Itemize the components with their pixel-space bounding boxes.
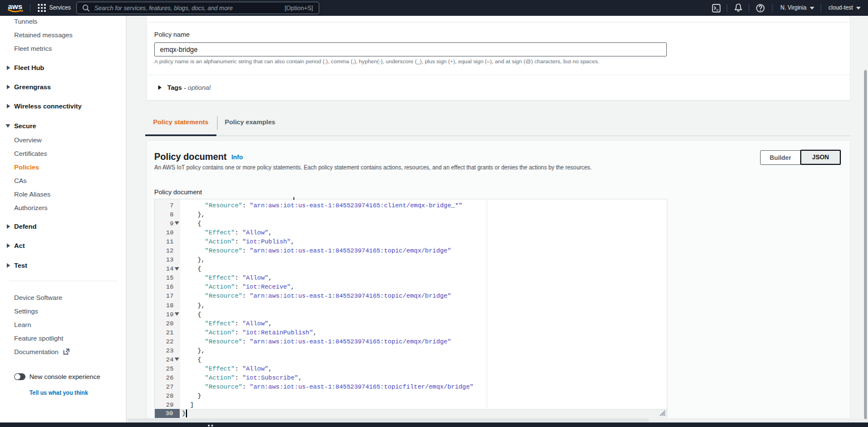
svg-text:aws: aws xyxy=(8,2,23,11)
